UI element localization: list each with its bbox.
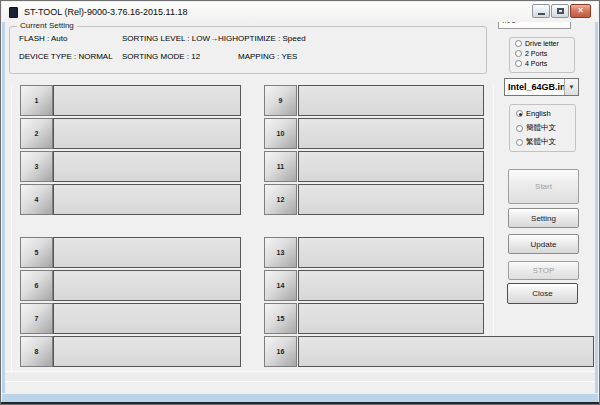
- slot-button-14[interactable]: 14: [264, 270, 297, 301]
- window-title: ST-TOOL (Rel)-9000-3.76.16-2015.11.18: [24, 7, 187, 17]
- ini-file-value: Intel_64GB.ini: [505, 79, 564, 95]
- slot-panel-8: [53, 336, 241, 367]
- radio-drive-letter-label: Drive letter: [525, 40, 559, 47]
- window-frame-right: [595, 21, 598, 402]
- radio-2-ports-label: 2 Ports: [525, 50, 547, 57]
- slot-panel-16: [298, 336, 594, 367]
- setting-flash: FLASH : Auto: [19, 34, 67, 43]
- slot-button-16[interactable]: 16: [264, 336, 297, 367]
- chevron-down-icon[interactable]: ▼: [564, 79, 578, 95]
- setting-optimize: OPTIMIZE : Speed: [238, 34, 306, 43]
- radio-traditional-chinese-icon: [516, 139, 523, 146]
- slot-button-4[interactable]: 4: [20, 184, 53, 215]
- slot-button-8[interactable]: 8: [20, 336, 53, 367]
- ini-file-dropdown[interactable]: Intel_64GB.ini ▼: [504, 78, 579, 96]
- close-button[interactable]: Close: [507, 283, 578, 304]
- radio-4-ports-icon: [515, 60, 522, 67]
- window-frame-bottom: [2, 393, 598, 402]
- slot-panel-11: [298, 151, 484, 182]
- setting-mapping: MAPPING : YES: [238, 52, 297, 61]
- setting-device-type: DEVICE TYPE : NORMAL: [19, 52, 113, 61]
- slot-panel-4: [53, 184, 241, 215]
- update-button[interactable]: Update: [508, 234, 579, 254]
- radio-english-icon: [516, 110, 523, 117]
- slot-panel-14: [298, 270, 484, 301]
- current-setting-label: Current Setting: [17, 21, 77, 31]
- close-window-button[interactable]: ✕: [570, 4, 591, 18]
- slot-panel-5: [53, 237, 241, 268]
- radio-traditional-chinese[interactable]: 繁體中文: [516, 137, 556, 147]
- slot-panel-2: [53, 118, 241, 149]
- radio-drive-letter-icon: [515, 40, 522, 47]
- radio-english[interactable]: English: [516, 109, 551, 118]
- radio-drive-letter[interactable]: Drive letter: [515, 40, 559, 47]
- window-controls: ✕: [532, 4, 591, 18]
- app-window: ST-TOOL (Rel)-9000-3.76.16-2015.11.18 ✕ …: [0, 0, 600, 405]
- radio-english-label: English: [526, 109, 551, 118]
- radio-2-ports[interactable]: 2 Ports: [515, 50, 547, 57]
- bottom-divider-upper: [4, 371, 596, 372]
- slot-panel-12: [298, 184, 484, 215]
- slot-button-10[interactable]: 10: [264, 118, 297, 149]
- slot-button-15[interactable]: 15: [264, 303, 297, 334]
- slot-panel-7: [53, 303, 241, 334]
- radio-4-ports-label: 4 Ports: [525, 60, 547, 67]
- slot-panel-3: [53, 151, 241, 182]
- slot-button-11[interactable]: 11: [264, 151, 297, 182]
- slot-button-13[interactable]: 13: [264, 237, 297, 268]
- slot-button-2[interactable]: 2: [20, 118, 53, 149]
- window-frame-edge: [1, 402, 599, 404]
- slot-panel-10: [298, 118, 484, 149]
- setting-sorting-level: SORTING LEVEL : LOW→HIGH: [122, 34, 238, 43]
- stop-button[interactable]: STOP: [508, 261, 579, 280]
- close-icon: ✕: [577, 7, 584, 15]
- setting-button[interactable]: Setting: [508, 208, 579, 228]
- slot-panel-6: [53, 270, 241, 301]
- slot-button-12[interactable]: 12: [264, 184, 297, 215]
- slot-panel-9: [298, 85, 484, 116]
- minimize-button[interactable]: [532, 4, 550, 18]
- setting-sorting-mode: SORTING MODE : 12: [122, 52, 200, 61]
- slots-frame-line-right: [493, 85, 494, 335]
- slot-button-6[interactable]: 6: [20, 270, 53, 301]
- radio-simplified-chinese-label: 簡體中文: [526, 123, 556, 133]
- radio-simplified-chinese-icon: [516, 125, 523, 132]
- maximize-button[interactable]: [551, 4, 569, 18]
- slot-button-1[interactable]: 1: [20, 85, 53, 116]
- slot-panel-15: [298, 303, 484, 334]
- slot-button-3[interactable]: 3: [20, 151, 53, 182]
- window-frame-left: [2, 21, 5, 402]
- slot-button-9[interactable]: 9: [264, 85, 297, 116]
- slot-panel-1: [53, 85, 241, 116]
- minimize-icon: [538, 13, 545, 15]
- radio-4-ports[interactable]: 4 Ports: [515, 60, 547, 67]
- radio-2-ports-icon: [515, 50, 522, 57]
- radio-simplified-chinese[interactable]: 簡體中文: [516, 123, 556, 133]
- slot-button-5[interactable]: 5: [20, 237, 53, 268]
- title-bar: ST-TOOL (Rel)-9000-3.76.16-2015.11.18 ✕: [2, 2, 598, 22]
- bottom-strip: [4, 373, 596, 381]
- maximize-icon: [557, 8, 564, 14]
- slot-button-7[interactable]: 7: [20, 303, 53, 334]
- slot-panel-13: [298, 237, 484, 268]
- radio-traditional-chinese-label: 繁體中文: [526, 137, 556, 147]
- bottom-divider-lower: [4, 381, 596, 382]
- start-button[interactable]: Start: [508, 169, 579, 204]
- app-icon: [9, 7, 18, 18]
- slots-frame-line-left: [11, 85, 12, 373]
